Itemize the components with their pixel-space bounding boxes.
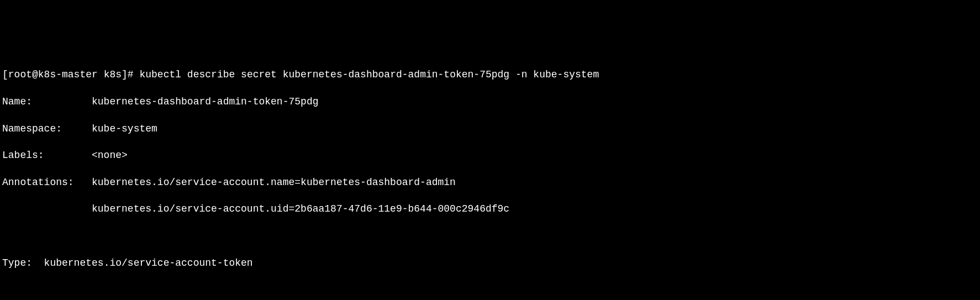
name-row: Name:kubernetes-dashboard-admin-token-75… bbox=[2, 95, 978, 108]
terminal-output: [root@k8s-master k8s]# kubectl describe … bbox=[2, 55, 978, 300]
namespace-label: Namespace: bbox=[2, 122, 92, 135]
command-line: [root@k8s-master k8s]# kubectl describe … bbox=[2, 68, 978, 81]
type-label: Type: bbox=[2, 256, 44, 270]
namespace-value: kube-system bbox=[92, 123, 157, 134]
annotations-value-1: kubernetes.io/service-account.name=kuber… bbox=[92, 177, 456, 188]
labels-row: Labels:<none> bbox=[2, 149, 978, 162]
shell-prompt: [root@k8s-master k8s]# bbox=[2, 69, 139, 80]
type-row: Type:kubernetes.io/service-account-token bbox=[2, 256, 978, 270]
name-value: kubernetes-dashboard-admin-token-75pdg bbox=[92, 96, 318, 107]
labels-label: Labels: bbox=[2, 149, 92, 162]
blank-line bbox=[2, 229, 978, 243]
name-label: Name: bbox=[2, 95, 92, 108]
type-value: kubernetes.io/service-account-token bbox=[44, 257, 253, 269]
annotations-value-2: kubernetes.io/service-account.uid=2b6aa1… bbox=[2, 202, 978, 215]
blank-line bbox=[2, 283, 978, 296]
namespace-row: Namespace:kube-system bbox=[2, 122, 978, 135]
command-text: kubectl describe secret kubernetes-dashb… bbox=[139, 69, 599, 80]
annotations-row: Annotations:kubernetes.io/service-accoun… bbox=[2, 176, 978, 189]
annotations-label: Annotations: bbox=[2, 176, 92, 189]
labels-value: <none> bbox=[92, 150, 128, 161]
